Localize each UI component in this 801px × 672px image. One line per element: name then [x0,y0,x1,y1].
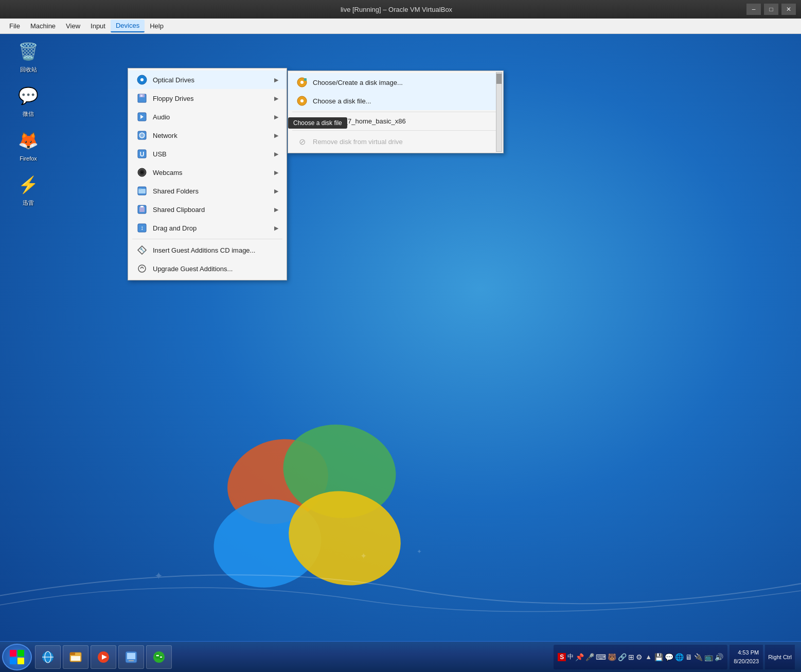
close-button[interactable]: ✕ [781,4,796,15]
submenu-sep-2 [292,130,499,131]
shared-clipboard-arrow: ▶ [274,206,278,213]
menu-machine[interactable]: Machine [25,20,61,32]
desktop-icon-firefox[interactable]: 🦊 Firefox [10,128,46,162]
tray-icon-network3[interactable]: 🌐 [675,653,684,661]
insert-guest-label: Insert Guest Additions CD image... [153,246,278,254]
usb-icon: U [136,148,148,160]
taskbar-explorer[interactable] [63,645,88,669]
tray-icon-drive[interactable]: 💾 [654,653,663,661]
insert-guest-icon: 🔧 [136,244,148,256]
tray-icon-screen[interactable]: 📺 [704,653,713,661]
start-button[interactable] [2,644,32,670]
svg-point-13 [300,99,304,102]
remove-disk-icon: ⊘ [296,136,308,147]
shared-clipboard-label: Shared Clipboard [153,206,270,214]
audio-arrow: ▶ [274,114,278,120]
menu-view[interactable]: View [61,20,85,32]
webcams-label: Webcams [153,169,270,176]
tray-icon-mic[interactable]: 🎤 [585,653,594,661]
tray-icon-keyboard[interactable]: ⌨ [596,653,606,661]
audio-icon [136,111,148,122]
submenu-choose-create[interactable]: Choose/Create a disk image... [288,73,503,92]
svg-text:U: U [140,151,145,158]
tray-icon-network2[interactable]: 🔗 [618,653,627,661]
menu-item-webcams[interactable]: Webcams ▶ [128,163,287,182]
tray-icon-input[interactable]: S [558,653,566,661]
vm-content: ✦ ✦ ✦ 🗑️ 回收站 💬 微信 🦊 Firefox ⚡ 迅雷 Optical… [0,34,801,672]
desktop-icons: 🗑️ 回收站 💬 微信 🦊 Firefox ⚡ 迅雷 [10,39,46,206]
right-ctrl-label: Right Ctrl [765,645,795,669]
system-tray: S 中 📌 🎤 ⌨ 🐻 🔗 ⊞ ⚙ ▲ 💾 💬 🌐 🖥 🔌 📺 🔊 [554,645,727,669]
menu-item-shared-clipboard[interactable]: Shared Clipboard ▶ [128,200,287,219]
menu-devices[interactable]: Devices [111,20,145,32]
minimize-button[interactable]: – [746,4,761,15]
menu-input[interactable]: Input [85,20,111,32]
usb-arrow: ▶ [274,151,278,157]
drag-drop-icon: ↕ [136,222,148,234]
wechat-icon: 💬 [16,83,41,108]
tray-icon-monitor[interactable]: 🖥 [685,653,692,661]
taskbar-media[interactable] [91,645,116,669]
svg-text:🔧: 🔧 [139,247,146,253]
svg-text:↕: ↕ [140,224,144,232]
optical-drives-icon [136,74,148,85]
svg-point-27 [141,171,143,173]
floppy-drives-arrow: ▶ [274,95,278,102]
desktop-icon-recycle-bin[interactable]: 🗑️ 回收站 [10,39,46,73]
taskbar-wechat[interactable] [146,645,172,669]
tray-icon-grid[interactable]: ⊞ [628,653,634,661]
menu-item-shared-folders[interactable]: Shared Folders ▶ [128,182,287,200]
desktop-icon-xunlei[interactable]: ⚡ 迅雷 [10,172,46,206]
svg-point-37 [138,265,146,272]
menu-item-drag-drop[interactable]: ↕ Drag and Drop ▶ [128,219,287,237]
clock[interactable]: 4:53 PM 8/20/2023 [729,645,763,669]
menu-item-audio[interactable]: Audio ▶ [128,108,287,126]
optical-drives-submenu: Choose/Create a disk image... Choose a d… [288,70,504,153]
tray-icon-chat[interactable]: 💬 [665,653,673,661]
svg-rect-51 [127,653,135,659]
taskbar-unknown[interactable] [118,645,144,669]
tray-icon-chinese[interactable]: 中 [567,652,574,661]
devices-menu-separator [132,239,282,239]
clock-time: 4:53 PM [734,648,759,657]
menu-file[interactable]: File [4,20,25,32]
svg-rect-32 [139,207,145,212]
recycle-bin-icon: 🗑️ [16,39,41,64]
choose-file-icon [296,95,308,107]
optical-drives-arrow: ▶ [274,77,278,83]
xunlei-label: 迅雷 [23,199,34,206]
svg-rect-33 [140,206,144,207]
menu-item-optical-drives[interactable]: Optical Drives ▶ Choose/Create a disk im… [128,70,287,89]
taskbar-ie[interactable] [35,645,61,669]
xunlei-icon: ⚡ [16,172,41,197]
tray-icon-bear[interactable]: 🐻 [608,653,616,661]
menu-item-insert-guest[interactable]: 🔧 Insert Guest Additions CD image... [128,241,287,259]
shared-folders-icon [136,185,148,197]
tray-icon-settings[interactable]: ⚙ [636,653,643,661]
svg-point-55 [159,656,163,660]
desktop-icon-wechat[interactable]: 💬 微信 [10,83,46,117]
menu-item-upgrade-guest[interactable]: Upgrade Guest Additions... [128,259,287,278]
maximize-button[interactable]: □ [764,4,778,15]
svg-rect-11 [304,78,307,81]
tray-icon-sound[interactable]: 🔊 [715,653,723,661]
titlebar: live [Running] – Oracle VM VirtualBox – … [0,0,801,19]
shared-clipboard-icon [136,204,148,215]
choose-create-label: Choose/Create a disk image... [313,79,403,86]
choose-create-icon [296,77,308,88]
submenu-choose-file[interactable]: Choose a disk file... [288,92,503,110]
svg-point-8 [140,78,144,81]
menu-item-usb[interactable]: U USB ▶ [128,145,287,163]
menu-help[interactable]: Help [145,20,169,32]
svg-rect-47 [71,656,80,661]
submenu-sep-1 [292,112,499,112]
audio-label: Audio [153,113,270,121]
optical-drives-label: Optical Drives [153,76,270,84]
menu-item-floppy-drives[interactable]: Floppy Drives ▶ [128,89,287,108]
taskbar: S 中 📌 🎤 ⌨ 🐻 🔗 ⊞ ⚙ ▲ 💾 💬 🌐 🖥 🔌 📺 🔊 4:53 [0,641,801,672]
tray-icon-usb2[interactable]: 🔌 [694,653,703,661]
submenu-scrollbar[interactable] [496,72,502,152]
tray-icon-pin[interactable]: 📌 [575,653,584,661]
menu-item-network[interactable]: Network ▶ [128,126,287,145]
network-arrow: ▶ [274,132,278,139]
